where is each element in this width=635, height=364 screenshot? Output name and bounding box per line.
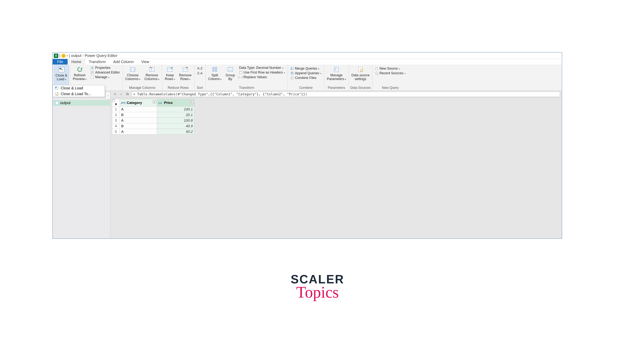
grid-corner[interactable]: ▾ [112,99,120,106]
remove-rows-icon [182,66,189,73]
refresh-label: Refresh Preview [73,74,87,81]
new-source-button[interactable]: New Source [375,66,406,71]
tab-home[interactable]: Home [68,59,85,64]
cell-category[interactable]: B [120,112,157,118]
row-number[interactable]: 4 [112,123,120,129]
remove-columns-button[interactable]: Remove Columns [143,65,161,86]
replace-values-button[interactable]: 1→2 Replace Values [239,75,285,79]
manage-icon [91,76,94,79]
table-row[interactable]: 3A100.8 [112,118,194,123]
tab-view[interactable]: View [137,59,153,64]
group-label-sort: Sort [196,86,204,90]
keep-rows-label: Keep Rows [165,74,175,81]
split-column-button[interactable]: Split Column [207,65,223,86]
choose-columns-icon [129,66,136,73]
cell-category[interactable]: B [120,123,157,129]
ribbon: Close & Load Close Refresh Preview [53,64,562,91]
titlebar-sep: | [59,54,60,58]
group-label-transform: Transform [207,86,286,90]
manage-parameters-button[interactable]: Manage Parameters [325,65,347,86]
row-number[interactable]: 5 [112,129,120,134]
first-row-headers-button[interactable]: Use First Row as Headers [239,70,285,75]
formula-input[interactable] [132,92,560,97]
replace-icon: 1→2 [239,76,242,79]
ribbon-group-data-sources: Data source settings Data Sources [349,64,372,90]
cell-price[interactable]: 100.8 [157,118,194,123]
merge-queries-button[interactable]: Merge Queries [290,66,322,71]
column-filter-category[interactable]: ▾ [153,100,156,104]
cell-price[interactable]: 40.9 [157,123,194,129]
svg-rect-24 [291,72,293,73]
formula-cancel-button[interactable]: ✕ [112,92,117,97]
fx-icon[interactable]: fx [125,92,130,97]
row-number[interactable]: 3 [112,118,120,123]
remove-columns-label: Remove Columns [144,74,159,81]
group-label-combine: Combine [289,86,323,90]
cell-category[interactable]: A [120,106,157,112]
tab-transform[interactable]: Transform [85,59,109,64]
ribbon-group-reduce-rows: Keep Rows Remove Rows Reduce Rows [162,64,194,90]
table-row[interactable]: 5A50.2 [112,129,194,134]
group-by-button[interactable]: Group By [224,65,236,86]
cell-price[interactable]: 50.2 [157,129,194,134]
append-queries-button[interactable]: Append Queries [290,71,322,75]
column-header-price[interactable]: 1.2 Price ▾ [157,99,194,106]
cell-category[interactable]: A [120,129,157,134]
close-load-to-item[interactable]: Close & Load To... [53,91,105,97]
watermark-topics: Topics [291,283,344,302]
remove-columns-icon [148,66,155,73]
svg-rect-19 [228,70,233,71]
close-load-item[interactable]: Close & Load [53,85,105,91]
sort-asc-button[interactable]: A↓Z [198,66,202,70]
window-title: output - Power Query Editor [71,54,117,58]
tab-add-column[interactable]: Add Column [109,59,137,64]
qat-dropdown-icon[interactable]: ▾ [67,54,68,57]
table-row[interactable]: 2B20.1 [112,112,194,118]
svg-rect-1 [59,68,61,70]
split-column-icon [211,66,218,73]
close-and-load-button[interactable]: Close & Load [54,65,69,86]
keep-rows-button[interactable]: Keep Rows [163,65,176,86]
combine-files-button[interactable]: Combine Files [290,76,322,80]
row-number[interactable]: 2 [112,112,120,118]
split-column-label: Split Column [208,74,221,81]
formula-accept-button[interactable]: ✓ [119,92,124,97]
table-row[interactable]: 1A100.1 [112,106,194,112]
query-item-output[interactable]: output [53,100,110,106]
refresh-preview-button[interactable]: Refresh Preview [71,65,88,86]
table-row[interactable]: 4B40.9 [112,123,194,129]
column-filter-price[interactable]: ▾ [190,100,193,104]
cell-category[interactable]: A [120,118,157,123]
append-icon [290,72,294,75]
sort-desc-icon: Z↓A [198,72,201,75]
ribbon-group-new-query: New Source Recent Sources New Query [372,64,408,90]
properties-button[interactable]: Properties [90,66,120,70]
recent-sources-button[interactable]: Recent Sources [375,71,406,75]
svg-rect-18 [228,67,233,68]
queries-pane-collapse[interactable]: ‹ [106,92,111,99]
close-load-to-item-icon [55,92,59,96]
choose-columns-button[interactable]: Choose Columns [124,65,142,86]
sort-desc-button[interactable]: Z↓A [198,71,202,75]
svg-rect-14 [183,68,188,70]
column-header-category[interactable]: AᴮC Category ▾ [120,99,157,106]
cell-price[interactable]: 100.1 [157,106,194,112]
data-type-button[interactable]: Data Type: Decimal Number [239,66,285,70]
recent-sources-icon [375,72,378,75]
remove-rows-button[interactable]: Remove Rows [178,65,193,86]
group-label-manage-columns: Manage Columns [124,86,161,90]
svg-rect-7 [130,67,132,72]
cell-price[interactable]: 20.1 [157,112,194,118]
manage-button[interactable]: Manage [90,75,120,79]
ribbon-group-parameters: Manage Parameters Parameters [324,64,349,90]
data-source-settings-button[interactable]: Data source settings [350,65,371,86]
tab-file[interactable]: File [53,59,68,64]
merge-icon [290,67,294,70]
power-query-editor-window: X | 🙂 ▾ | output - Power Query Editor Fi… [52,52,562,239]
group-label-data-sources: Data Sources [350,86,371,90]
queries-pane: output [53,91,111,238]
advanced-editor-button[interactable]: Advanced Editor [90,70,120,75]
row-number[interactable]: 1 [112,106,120,112]
parameters-label: Manage Parameters [327,74,346,81]
svg-rect-25 [291,74,293,75]
